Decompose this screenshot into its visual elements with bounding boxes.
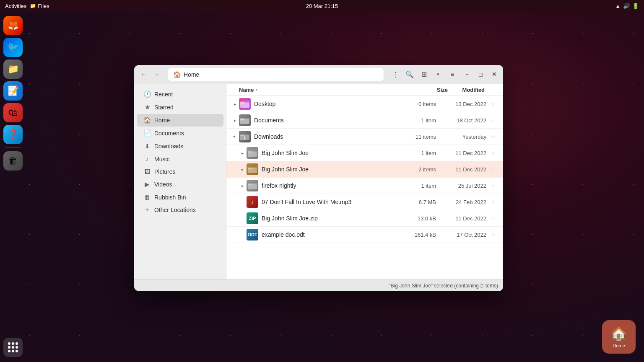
sidebar: 🕐 Recent ★ Starred 🏠 Home 📄 Documents ⬇ … bbox=[134, 84, 226, 279]
dock-separator bbox=[5, 147, 21, 148]
file-name: Desktop bbox=[254, 101, 402, 107]
files-menu[interactable]: 📁 Files bbox=[30, 3, 49, 9]
forward-button[interactable]: → bbox=[151, 69, 163, 80]
status-bar: "Big John Slim Joe" selected (containing… bbox=[134, 279, 503, 291]
expand-button[interactable]: ▸ bbox=[231, 117, 238, 124]
sidebar-recent-label: Recent bbox=[154, 91, 173, 98]
folder-svg bbox=[248, 149, 257, 157]
back-button[interactable]: ← bbox=[138, 69, 149, 80]
sidebar-item-videos[interactable]: ▶ Videos bbox=[137, 178, 223, 191]
file-size: 2 items bbox=[402, 166, 436, 173]
maximize-button[interactable]: ◻ bbox=[475, 69, 486, 80]
file-manager-window: ← → 🏠 Home ⋮ 🔍 ⊞ ▾ ≡ − ◻ ✕ 🕐 bbox=[134, 65, 503, 291]
home-shortcut[interactable]: 🏠 Home bbox=[602, 320, 636, 354]
table-row[interactable]: ZIP Big John Slim Joe.zip 13.0 kB 11 Dec… bbox=[226, 210, 503, 227]
menu-button[interactable]: ⋮ bbox=[389, 68, 402, 81]
home-icon: 🏠 bbox=[143, 116, 151, 124]
chevron-down-icon: ▾ bbox=[437, 72, 439, 77]
sidebar-item-pictures[interactable]: 🖼 Pictures bbox=[137, 165, 223, 178]
search-icon: 🔍 bbox=[405, 70, 414, 78]
window-body: 🕐 Recent ★ Starred 🏠 Home 📄 Documents ⬇ … bbox=[134, 84, 503, 279]
table-row[interactable]: ODT example doc.odt 161.4 kB 17 Oct 2022… bbox=[226, 227, 503, 243]
sidebar-pictures-label: Pictures bbox=[154, 168, 176, 175]
dock-thunderbird[interactable]: 🐦 bbox=[3, 38, 23, 57]
audio-file-icon: ♪ bbox=[247, 196, 258, 208]
collapse-button[interactable]: ▸ bbox=[231, 133, 238, 140]
table-row[interactable]: ▸ Desktop 0 items 13 Dec 2022 ☆ bbox=[226, 96, 503, 112]
activities-button[interactable]: Activities bbox=[5, 3, 26, 9]
svg-rect-15 bbox=[248, 168, 252, 169]
file-modified: 17 Oct 2022 bbox=[436, 232, 486, 238]
volume-icon: 🔊 bbox=[623, 3, 630, 9]
svg-rect-18 bbox=[248, 184, 252, 185]
table-row[interactable]: ▸ Big John Slim Joe 2 items 11 Dec 2022 … bbox=[226, 161, 503, 178]
folder-svg bbox=[240, 100, 249, 108]
starred-icon: ★ bbox=[143, 103, 151, 111]
table-row[interactable]: ▸ Documents 1 item 18 Oct 2022 ☆ bbox=[226, 112, 503, 129]
sidebar-item-starred[interactable]: ★ Starred bbox=[137, 101, 223, 114]
table-row[interactable]: ▸ Big John Slim Joe 1 item 11 Dec 2022 ☆ bbox=[226, 145, 503, 161]
folder-svg: ⬇ bbox=[240, 133, 249, 140]
view-grid-button[interactable]: ⊞ bbox=[418, 68, 430, 81]
view-list-button[interactable]: ≡ bbox=[446, 68, 459, 81]
folder-icon bbox=[239, 114, 251, 126]
star-button[interactable]: ☆ bbox=[488, 164, 498, 174]
star-button[interactable]: ☆ bbox=[488, 230, 498, 240]
dock-firefox[interactable]: 🦊 bbox=[3, 16, 23, 35]
status-text: "Big John Slim Joe" selected (containing… bbox=[389, 283, 498, 289]
home-shortcut-label: Home bbox=[613, 343, 625, 348]
folder-icon bbox=[247, 147, 258, 159]
file-modified: 11 Dec 2022 bbox=[436, 150, 486, 156]
file-size: 1 item bbox=[402, 150, 436, 156]
top-panel: Activities 📁 Files 20 Mar 21:15 ▲ 🔊 🔋 bbox=[0, 0, 644, 12]
close-button[interactable]: ✕ bbox=[488, 69, 500, 80]
svg-rect-5 bbox=[240, 119, 244, 120]
dock-libreoffice[interactable]: 📝 bbox=[3, 81, 23, 101]
file-modified: 24 Feb 2022 bbox=[436, 199, 486, 205]
sidebar-item-rubbish[interactable]: 🗑 Rubbish Bin bbox=[137, 191, 223, 203]
star-button[interactable]: ☆ bbox=[488, 148, 498, 158]
expand-button[interactable]: ▸ bbox=[239, 150, 246, 156]
list-icon: ≡ bbox=[450, 71, 454, 78]
file-size: 0 items bbox=[402, 101, 436, 107]
table-row[interactable]: ▸ ⬇ Downloads 11 items Yesterday ☆ bbox=[226, 129, 503, 145]
star-button[interactable]: ☆ bbox=[488, 115, 498, 125]
star-button[interactable]: ☆ bbox=[488, 132, 498, 142]
sidebar-item-downloads[interactable]: ⬇ Downloads bbox=[137, 140, 223, 153]
dock-trash[interactable]: 🗑 bbox=[3, 151, 23, 171]
show-apps-button[interactable] bbox=[3, 338, 23, 357]
star-button[interactable]: ☆ bbox=[488, 197, 498, 207]
sidebar-item-documents[interactable]: 📄 Documents bbox=[137, 127, 223, 140]
file-name: example doc.odt bbox=[262, 231, 402, 238]
table-row[interactable]: ♪ 07 Don't Fall In Love With Me.mp3 6.7 … bbox=[226, 194, 503, 210]
col-name-header[interactable]: Name ↑ bbox=[239, 87, 414, 93]
star-button[interactable]: ☆ bbox=[488, 181, 498, 191]
expand-button[interactable]: ▸ bbox=[239, 182, 246, 189]
star-button[interactable]: ☆ bbox=[488, 99, 498, 109]
svg-rect-12 bbox=[248, 151, 252, 153]
table-row[interactable]: ▸ firefox nightly 1 item 25 Jul 2022 ☆ bbox=[226, 178, 503, 194]
sidebar-item-other[interactable]: + Other Locations bbox=[137, 204, 223, 216]
dock-software[interactable]: 🛍 bbox=[3, 103, 23, 122]
star-button[interactable]: ☆ bbox=[488, 213, 498, 223]
sort-indicator: ↑ bbox=[255, 88, 257, 92]
expand-button[interactable]: ▸ bbox=[231, 101, 238, 107]
expand-button[interactable]: ▸ bbox=[239, 166, 246, 173]
file-list: Name ↑ Size Modified ▸ Desktop 0 items bbox=[226, 84, 503, 279]
sidebar-videos-label: Videos bbox=[154, 181, 172, 188]
file-size: 6.7 MB bbox=[402, 199, 436, 205]
file-name: 07 Don't Fall In Love With Me.mp3 bbox=[262, 199, 402, 205]
location-bar: 🏠 Home bbox=[168, 68, 384, 81]
folder-svg bbox=[248, 182, 257, 189]
sidebar-item-recent[interactable]: 🕐 Recent bbox=[137, 88, 223, 101]
view-chevron-button[interactable]: ▾ bbox=[432, 68, 444, 81]
sidebar-item-home[interactable]: 🏠 Home bbox=[137, 114, 223, 127]
search-button[interactable]: 🔍 bbox=[403, 68, 416, 81]
minimize-button[interactable]: − bbox=[461, 69, 473, 80]
folder-svg bbox=[248, 165, 257, 173]
music-icon: ♪ bbox=[143, 155, 151, 163]
sidebar-item-music[interactable]: ♪ Music bbox=[137, 153, 223, 165]
dock-files[interactable]: 📁 bbox=[3, 59, 23, 79]
dock-help[interactable]: ❓ bbox=[3, 125, 23, 144]
location-home-icon: 🏠 bbox=[173, 71, 181, 78]
